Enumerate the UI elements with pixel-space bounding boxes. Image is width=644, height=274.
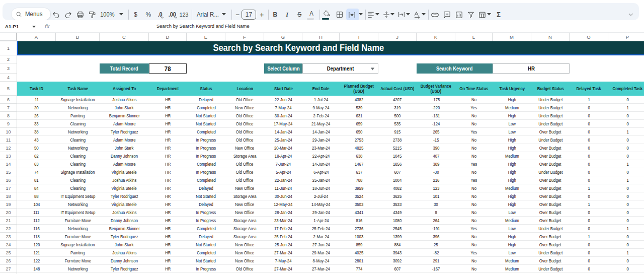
font-size-input[interactable]: 17: [242, 10, 256, 20]
cell[interactable]: 216: [417, 176, 455, 184]
cell[interactable]: Medium: [493, 184, 531, 192]
cell[interactable]: 788: [340, 176, 378, 184]
cell[interactable]: Joshua Atkins: [100, 209, 149, 216]
cell[interactable]: 1: [608, 225, 644, 232]
cell[interactable]: Not Started: [187, 112, 225, 119]
table-header-cell[interactable]: Planned Budget (USD): [340, 82, 378, 96]
row-header-12[interactable]: 12: [0, 144, 17, 152]
cell[interactable]: Joshua Atkins: [100, 176, 149, 184]
total-record-label-cell[interactable]: Total Record: [100, 63, 149, 74]
cell[interactable]: 1003: [340, 233, 378, 240]
table-header-cell[interactable]: Task Urgency: [493, 82, 531, 96]
cell[interactable]: 265: [417, 128, 455, 135]
cell[interactable]: 1-Jul-24: [302, 96, 340, 103]
cell[interactable]: 0: [608, 112, 644, 119]
search-keyword-label-cell[interactable]: Search Keyword: [417, 63, 493, 74]
cell[interactable]: HR: [149, 168, 187, 176]
cell[interactable]: 20: [17, 104, 56, 111]
cell[interactable]: No: [455, 241, 493, 248]
cell[interactable]: 264: [417, 217, 455, 224]
cell[interactable]: 27-Mar-24: [264, 265, 302, 272]
cell[interactable]: Over Budget: [531, 184, 570, 192]
cell[interactable]: 11-Jun-24: [264, 184, 302, 192]
cell[interactable]: Not Started: [187, 257, 225, 264]
column-header-H[interactable]: H: [302, 33, 340, 41]
cell[interactable]: 396: [417, 233, 455, 240]
cell[interactable]: 3533: [378, 200, 417, 208]
cell[interactable]: HR: [149, 200, 187, 208]
cell[interactable]: 1080: [378, 217, 417, 224]
cell[interactable]: 25-Jan-24: [264, 136, 302, 144]
cell[interactable]: 1: [608, 249, 644, 256]
cell[interactable]: 535: [378, 120, 417, 127]
cell[interactable]: HR: [149, 112, 187, 119]
bold-button[interactable]: B: [269, 9, 281, 21]
cell[interactable]: New Office: [225, 257, 264, 264]
row-header-11[interactable]: 11: [0, 136, 17, 144]
cell[interactable]: Completed: [187, 249, 225, 256]
cell[interactable]: 63: [17, 160, 56, 168]
cell[interactable]: 26: [17, 112, 56, 119]
cell[interactable]: Joshua Atkins: [100, 249, 149, 256]
cell[interactable]: Tyler Rodriguez: [100, 128, 149, 135]
cell[interactable]: Under Budget: [531, 265, 570, 272]
cell[interactable]: Yes: [455, 249, 493, 256]
cell[interactable]: Over Budget: [531, 144, 570, 152]
cell[interactable]: Low: [493, 249, 531, 256]
cell[interactable]: No: [455, 257, 493, 264]
cell[interactable]: Networking: [56, 200, 100, 208]
cell[interactable]: 1: [570, 200, 608, 208]
cell[interactable]: Networking: [56, 104, 100, 111]
cell[interactable]: Networking: [56, 225, 100, 232]
cell[interactable]: Over Budget: [531, 233, 570, 240]
cell[interactable]: -191: [417, 225, 455, 232]
cell[interactable]: 0: [570, 257, 608, 264]
cell[interactable]: Low: [493, 128, 531, 135]
cell[interactable]: 27-Mar-24: [264, 249, 302, 256]
cell[interactable]: 111: [17, 209, 56, 216]
row-header-7[interactable]: 7: [0, 104, 17, 112]
cell[interactable]: Old Office: [225, 176, 264, 184]
cell[interactable]: HR: [149, 225, 187, 232]
cell[interactable]: Delayed: [187, 96, 225, 103]
cell[interactable]: 1: [570, 233, 608, 240]
format-percent-button[interactable]: %: [142, 9, 154, 21]
cell[interactable]: 0: [570, 241, 608, 248]
cell[interactable]: 1: [608, 128, 644, 135]
cell[interactable]: 2545: [378, 225, 417, 232]
search-keyword-value-cell[interactable]: HR: [493, 63, 570, 74]
cell[interactable]: 112: [17, 217, 56, 224]
cell[interactable]: Not Started: [187, 120, 225, 127]
cell[interactable]: No: [455, 265, 493, 272]
cell[interactable]: 0: [570, 225, 608, 232]
cell[interactable]: 650: [340, 128, 378, 135]
cell[interactable]: Over Budget: [531, 209, 570, 216]
row-header-21[interactable]: 21: [0, 217, 17, 225]
cell[interactable]: 17-Feb-24: [264, 225, 302, 232]
cell[interactable]: Not Started: [187, 241, 225, 248]
cell[interactable]: Storage Area: [225, 217, 264, 224]
zoom-control[interactable]: 100%: [98, 9, 116, 21]
cell[interactable]: Low: [493, 225, 531, 232]
row-header-27[interactable]: 27: [0, 265, 17, 273]
row-header-20[interactable]: 20: [0, 209, 17, 217]
cell[interactable]: 30: [417, 200, 455, 208]
column-header-C[interactable]: C: [100, 33, 149, 41]
cell[interactable]: In Progress: [187, 209, 225, 216]
cell[interactable]: Virginia Steele: [100, 184, 149, 192]
cell[interactable]: 8: [417, 209, 455, 216]
cell[interactable]: 3524: [340, 192, 378, 200]
cell[interactable]: 29-Mar-24: [302, 249, 340, 256]
cell[interactable]: Over Budget: [531, 160, 570, 168]
paint-format-button[interactable]: [86, 9, 98, 21]
cell[interactable]: Over Budget: [531, 257, 570, 264]
cell[interactable]: 1856: [378, 160, 417, 168]
name-box-caret-icon[interactable]: [32, 26, 36, 28]
cell[interactable]: 500: [378, 112, 417, 119]
select-column-label-cell[interactable]: Select Column: [264, 63, 302, 74]
cell[interactable]: Joshua Atkins: [100, 96, 149, 103]
cell[interactable]: -167: [417, 265, 455, 272]
table-header-cell[interactable]: On Time Status: [455, 82, 493, 96]
cell[interactable]: 0: [608, 217, 644, 224]
insert-comment-button[interactable]: [441, 9, 453, 21]
